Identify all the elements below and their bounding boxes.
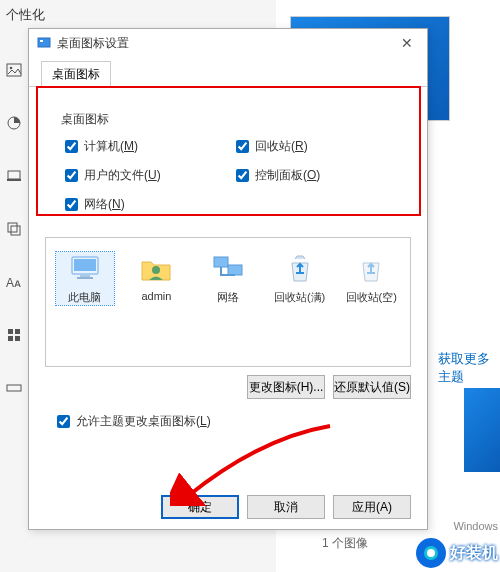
svg-rect-17: [80, 275, 90, 277]
svg-rect-18: [77, 277, 93, 279]
network-icon: [210, 252, 246, 286]
icon-item-recycle-full[interactable]: 回收站(满): [271, 252, 329, 305]
theme-thumbnail[interactable]: [464, 388, 500, 472]
checkbox-label: 回收站: [255, 139, 291, 153]
icon-label: admin: [128, 290, 186, 302]
svg-point-19: [152, 266, 160, 274]
dialog-buttons-row: 确定 取消 应用(A): [29, 495, 427, 519]
icon-buttons-row: 更改图标(H)... 还原默认值(S): [29, 367, 427, 399]
checkbox-allow-theme[interactable]: 允许主题更改桌面图标(L): [57, 413, 427, 430]
icon-item-thispc[interactable]: 此电脑: [56, 252, 114, 305]
desktop-icon-settings-dialog: 桌面图标设置 ✕ 桌面图标 桌面图标 计算机(M) 回收站(R) 用户的文件(U…: [28, 28, 428, 530]
watermark: 好装机: [416, 538, 498, 568]
ok-button[interactable]: 确定: [161, 495, 239, 519]
checkbox-userfiles[interactable]: 用户的文件(U): [65, 167, 226, 184]
checkbox-computer[interactable]: 计算机(M): [65, 138, 226, 155]
checkbox-allow-theme-input[interactable]: [57, 415, 70, 428]
svg-rect-9: [15, 329, 20, 334]
checkbox-cpanel-input[interactable]: [236, 169, 249, 182]
checkbox-label: 网络: [84, 197, 108, 211]
dialog-title: 桌面图标设置: [57, 35, 395, 52]
change-icon-button[interactable]: 更改图标(H)...: [247, 375, 325, 399]
apply-button[interactable]: 应用(A): [333, 495, 411, 519]
restore-default-button[interactable]: 还原默认值(S): [333, 375, 411, 399]
icon-preview-panel: 此电脑 admin 网络 回收站(满) 回收站(空): [45, 237, 411, 367]
checkbox-userfiles-input[interactable]: [65, 169, 78, 182]
icon-label: 回收站(空): [342, 290, 400, 305]
picture-icon[interactable]: [6, 62, 22, 81]
svg-rect-13: [38, 38, 50, 47]
dialog-title-icon: [37, 36, 51, 50]
icon-label: 此电脑: [56, 290, 114, 305]
tab-desktop-icons[interactable]: 桌面图标: [41, 61, 111, 87]
checkbox-recycle[interactable]: 回收站(R): [236, 138, 397, 155]
start-icon[interactable]: [6, 327, 22, 346]
close-icon[interactable]: ✕: [395, 35, 419, 51]
svg-rect-12: [7, 385, 21, 391]
watermark-logo-icon: [416, 538, 446, 568]
icon-item-recycle-empty[interactable]: 回收站(空): [342, 252, 400, 305]
checkbox-computer-input[interactable]: [65, 140, 78, 153]
cancel-button[interactable]: 取消: [247, 495, 325, 519]
windows-activation-label: Windows: [453, 520, 498, 532]
icon-item-admin[interactable]: admin: [128, 252, 186, 302]
checkbox-label: 允许主题更改桌面图标: [76, 414, 196, 428]
icon-item-network[interactable]: 网络: [199, 252, 257, 305]
color-icon[interactable]: [6, 115, 22, 134]
user-folder-icon: [138, 252, 174, 286]
checkbox-network-input[interactable]: [65, 198, 78, 211]
checkbox-label: 控制面板: [255, 168, 303, 182]
allow-theme-row: 允许主题更改桌面图标(L): [29, 399, 427, 430]
checkbox-label: 用户的文件: [84, 168, 144, 182]
svg-rect-21: [228, 265, 242, 275]
dialog-tabstrip: 桌面图标: [29, 61, 427, 87]
lockscreen-icon[interactable]: [6, 168, 22, 187]
svg-point-1: [10, 67, 13, 70]
settings-header: 个性化: [6, 6, 45, 24]
checkbox-recycle-input[interactable]: [236, 140, 249, 153]
image-count-label: 1 个图像: [322, 535, 368, 552]
settings-sidebar: Aᴀ: [0, 40, 28, 572]
themes-icon[interactable]: [6, 221, 22, 240]
taskbar-icon[interactable]: [6, 380, 22, 399]
svg-rect-3: [8, 171, 20, 179]
svg-rect-14: [40, 40, 43, 42]
watermark-text: 好装机: [450, 543, 498, 564]
svg-text:Aᴀ: Aᴀ: [6, 276, 21, 290]
computer-icon: [67, 252, 103, 286]
icon-label: 回收站(满): [271, 290, 329, 305]
svg-rect-11: [15, 336, 20, 341]
desktop-icons-group: 桌面图标 计算机(M) 回收站(R) 用户的文件(U) 控制面板(O) 网络(N…: [45, 101, 411, 227]
svg-rect-4: [7, 179, 21, 181]
recycle-empty-icon: [353, 252, 389, 286]
recycle-full-icon: [282, 252, 318, 286]
svg-rect-16: [74, 259, 96, 271]
group-label: 桌面图标: [59, 111, 397, 128]
svg-rect-5: [8, 223, 17, 232]
svg-rect-10: [8, 336, 13, 341]
icon-label: 网络: [199, 290, 257, 305]
checkbox-network[interactable]: 网络(N): [65, 196, 226, 213]
checkbox-grid: 计算机(M) 回收站(R) 用户的文件(U) 控制面板(O) 网络(N): [59, 138, 397, 213]
checkbox-cpanel[interactable]: 控制面板(O): [236, 167, 397, 184]
svg-rect-8: [8, 329, 13, 334]
fonts-icon[interactable]: Aᴀ: [6, 274, 22, 293]
svg-rect-20: [214, 257, 228, 267]
svg-rect-6: [11, 226, 20, 235]
more-themes-link[interactable]: 获取更多主题: [438, 350, 500, 386]
checkbox-label: 计算机: [84, 139, 120, 153]
dialog-titlebar: 桌面图标设置 ✕: [29, 29, 427, 57]
